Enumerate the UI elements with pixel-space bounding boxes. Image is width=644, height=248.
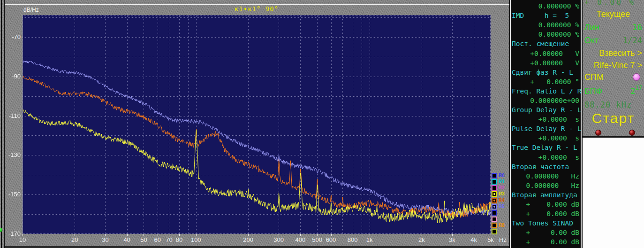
legend-item-R4[interactable]: R4 [492, 197, 505, 203]
lin-label: Лин [584, 23, 599, 32]
legend-label: R4 [499, 198, 505, 203]
y-axis-label: -70 [5, 33, 21, 40]
legend-checkbox[interactable] [492, 191, 497, 197]
measurement-value: 0.000000 Hz [511, 181, 581, 190]
legend-label: R5 [499, 204, 505, 209]
legend-item[interactable] [492, 216, 497, 222]
legend-checkbox[interactable] [492, 185, 497, 191]
legend-checkbox[interactable] [492, 173, 497, 178]
legend-item-R2[interactable]: R2 [492, 185, 505, 191]
divider [1, 0, 2, 248]
plot-title: к1•к1° 90° [23, 5, 491, 13]
legend-checkbox[interactable] [492, 204, 497, 209]
x-axis-label: 5k [483, 236, 499, 243]
x-axis-unit-label: Hz [499, 236, 507, 243]
x-axis-label: 100 [188, 236, 204, 243]
app-root: { "chart_data": { "type": "line", "title… [0, 0, 644, 248]
measurement-label: Сдвиг фаз R - L [511, 68, 581, 77]
measurement-value: +0.0000 s [511, 115, 581, 124]
legend-check-dot [493, 200, 495, 202]
total-thd-text: + 0.00 % [584, 0, 636, 7]
spm-toggle[interactable]: СПМ [584, 71, 642, 83]
legend-checkbox[interactable] [492, 223, 497, 228]
x-axis-label: 1k [362, 236, 378, 243]
legend-label: R3 [499, 192, 505, 196]
legend-item[interactable] [492, 229, 497, 235]
measurement-label: Group Delay R - L [511, 105, 581, 115]
oct-setting[interactable]: Окт 1/24 [584, 35, 642, 46]
legend-label: R8 [499, 223, 505, 228]
sample-rate-value: 88.20 kHz [584, 100, 632, 109]
x-axis-label: 30 [97, 236, 113, 243]
x-axis-label: 600 [323, 236, 339, 243]
measurement-label: True Delay R - L [511, 143, 581, 152]
legend-item-R3[interactable]: R3 [492, 191, 505, 197]
y-axis-label: -110 [5, 112, 21, 119]
legend-checkbox[interactable] [492, 229, 497, 234]
x-axis-label: 80 [171, 236, 187, 243]
x-axis-label: 2k [414, 236, 430, 243]
measurement-value: 0.000000 % [511, 1, 581, 11]
legend-label: R1 [499, 179, 505, 184]
legend-item-R0[interactable]: R0 [492, 172, 505, 178]
y-axis-label: -150 [5, 191, 21, 198]
desktop-background [583, 138, 644, 248]
y-axis-label: -90 [5, 73, 21, 80]
measurement-value: + 0.0000 ° [511, 77, 581, 86]
background-window-strip [0, 0, 5, 248]
legend-check-dot [493, 193, 495, 195]
lin-value: 16 [633, 23, 642, 32]
current-mode-button[interactable]: Текущее [597, 9, 630, 19]
legend-item-R8[interactable]: R8 [492, 222, 505, 228]
measurement-value: +0.0000 s [511, 153, 581, 162]
measurement-label: IMD h = 5 [511, 11, 581, 20]
total-thd-value: + 0.00 % [584, 0, 642, 8]
spectrum-plot-canvas[interactable] [23, 15, 491, 236]
legend-checkbox[interactable] [492, 179, 497, 185]
measurement-value: +0.00000 V [511, 48, 581, 58]
fft-setting[interactable]: БПФ 217 [584, 85, 642, 97]
measurement-value: + 0.00 dB [511, 237, 581, 247]
legend-checkbox[interactable] [492, 217, 497, 222]
record-leds [583, 130, 644, 136]
legend-item-R5[interactable]: R5 [492, 204, 505, 210]
oct-label: Окт [584, 36, 599, 46]
record-led-left-icon [595, 130, 601, 136]
x-axis-label: 20 [67, 236, 83, 243]
measurement-label: Pulse Delay R - L [511, 124, 581, 133]
measurement-value: 0.000000 Hz [511, 171, 581, 181]
measurement-value: +0.00000 V [511, 58, 581, 68]
start-button[interactable]: Старт [592, 110, 635, 126]
measurement-value: + 0.00 dB [511, 228, 581, 237]
window-top-border [5, 3, 509, 3]
x-axis-label: 300 [271, 236, 287, 243]
legend-label: R0 [499, 173, 505, 178]
measurement-label: Freq. Ratio L / R [511, 86, 581, 96]
weighting-button[interactable]: Взвесить > [599, 48, 642, 58]
window-function-button[interactable]: Rife-Vinc 7 > [594, 61, 642, 70]
record-led-right-icon [629, 130, 635, 136]
fft-size: 217 [630, 86, 642, 96]
control-panel: + 0.00 % Текущее Лин 16 Окт 1/24 Взвесит… [583, 0, 644, 138]
x-axis-label: 40 [119, 236, 135, 243]
legend-check-dot [493, 206, 495, 208]
legend-item-R1[interactable]: R1 [492, 178, 505, 185]
oct-value: 1/24 [623, 36, 642, 45]
spm-led-icon [633, 73, 640, 81]
spectrum-window: dB/Hz к1•к1° 90° -70-90-110-130-150-170 … [5, 0, 509, 248]
lin-setting[interactable]: Лин 16 [584, 22, 642, 33]
x-axis-label: 10 [15, 236, 30, 243]
x-axis-label: 4k [466, 236, 482, 243]
measurement-value: 0.000000 % [511, 30, 581, 39]
measurements-panel: 0.000000 %IMD h = 50.000000 %0.000000 %П… [510, 0, 582, 248]
status-led-green-icon [0, 228, 2, 232]
legend-checkbox[interactable] [492, 198, 497, 203]
window-top-border [5, 4, 509, 5]
window-bottom-border [5, 246, 509, 248]
legend-item[interactable] [492, 210, 497, 216]
measurement-label: Вторая амплитуда [511, 190, 581, 200]
x-axis-label: 3k [444, 236, 460, 243]
legend-checkbox[interactable] [492, 210, 497, 216]
x-axis-label: 200 [240, 236, 256, 243]
spm-label: СПМ [584, 72, 604, 82]
